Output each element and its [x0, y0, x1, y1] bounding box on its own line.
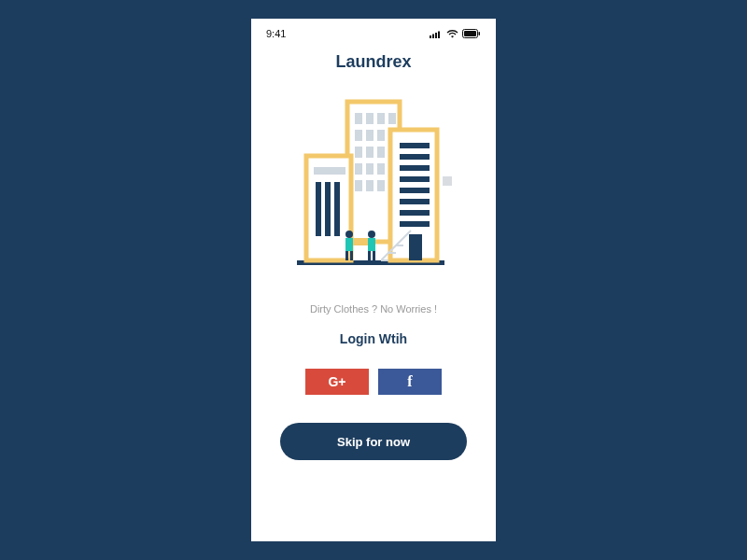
svg-rect-13	[355, 130, 362, 141]
svg-rect-44	[334, 182, 340, 236]
svg-rect-34	[400, 188, 430, 193]
svg-rect-42	[316, 182, 321, 236]
svg-rect-17	[355, 147, 362, 158]
skip-button[interactable]: Skip for now	[280, 423, 467, 460]
svg-rect-39	[443, 176, 452, 186]
svg-rect-55	[368, 251, 371, 260]
svg-rect-12	[388, 113, 396, 124]
signal-icon	[430, 30, 443, 38]
google-login-button[interactable]: G+	[305, 369, 369, 395]
svg-rect-2	[435, 33, 437, 38]
svg-rect-18	[366, 147, 374, 158]
svg-rect-22	[366, 163, 374, 175]
svg-rect-33	[400, 176, 430, 182]
svg-rect-54	[368, 238, 375, 251]
svg-rect-37	[400, 221, 430, 227]
svg-rect-27	[377, 180, 385, 191]
svg-rect-14	[366, 130, 374, 141]
svg-rect-31	[400, 154, 430, 160]
login-heading: Login Wtih	[251, 331, 496, 346]
hero-illustration	[251, 85, 496, 290]
svg-rect-23	[377, 163, 385, 175]
svg-rect-11	[377, 113, 385, 124]
svg-rect-51	[345, 251, 348, 260]
svg-rect-32	[400, 165, 430, 171]
svg-rect-36	[400, 210, 430, 216]
app-title: Laundrex	[251, 52, 496, 72]
svg-rect-35	[400, 199, 430, 204]
svg-rect-48	[352, 238, 369, 245]
svg-rect-21	[355, 163, 362, 175]
svg-rect-9	[355, 113, 362, 124]
status-icons	[430, 29, 481, 38]
google-plus-icon: G+	[328, 374, 345, 389]
social-login-row: G+ f	[251, 369, 496, 395]
svg-rect-19	[377, 147, 385, 158]
svg-rect-26	[366, 180, 374, 191]
svg-rect-0	[430, 35, 431, 38]
svg-rect-52	[350, 251, 353, 260]
svg-rect-56	[373, 251, 375, 260]
svg-rect-38	[409, 234, 422, 260]
wifi-icon	[446, 30, 458, 38]
svg-rect-6	[479, 32, 481, 35]
phone-frame: 9:41 Laundrex	[251, 19, 496, 541]
status-time: 9:41	[266, 28, 286, 39]
svg-rect-5	[464, 31, 476, 36]
battery-icon	[462, 29, 481, 38]
tagline: Dirty Clothes ? No Worries !	[251, 303, 496, 315]
svg-rect-15	[377, 130, 385, 141]
facebook-login-button[interactable]: f	[378, 369, 442, 395]
svg-rect-50	[345, 238, 353, 251]
svg-rect-30	[400, 143, 430, 148]
status-bar: 9:41	[251, 19, 496, 45]
svg-point-53	[368, 231, 375, 238]
svg-rect-10	[366, 113, 374, 124]
facebook-icon: f	[407, 373, 412, 390]
svg-rect-1	[432, 34, 434, 38]
svg-point-49	[345, 231, 353, 238]
svg-rect-43	[325, 182, 331, 236]
svg-rect-3	[438, 31, 440, 38]
svg-rect-41	[314, 167, 345, 175]
svg-rect-25	[355, 180, 362, 191]
